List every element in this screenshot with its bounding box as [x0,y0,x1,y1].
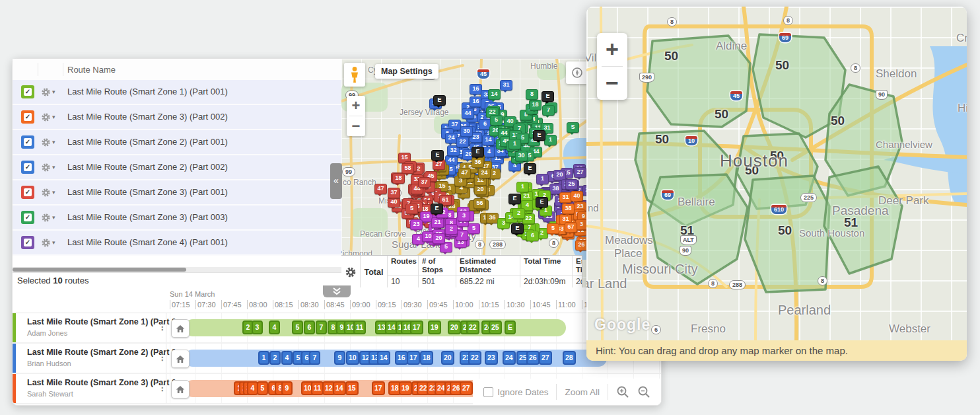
stop-chip[interactable]: 18 [420,351,433,365]
route-checkbox[interactable]: ✓ [21,110,34,124]
route-stop-marker[interactable]: 3 [458,211,470,221]
route-stop-marker[interactable]: 5 [468,223,480,234]
stop-chip[interactable]: 28 [563,351,576,365]
stop-chip[interactable]: 16 [395,351,408,365]
collapse-table-handle[interactable]: « [330,163,342,199]
route-stop-marker[interactable]: 47 [374,184,387,194]
route-stop-marker[interactable]: 18 [392,173,405,184]
stop-chip[interactable]: 6 [304,321,315,334]
route-stop-marker[interactable]: 2 [445,224,458,235]
route-checkbox[interactable]: ✓ [21,211,34,224]
stop-chip[interactable]: 22 [468,351,481,365]
routes-horizontal-scrollbar[interactable] [13,267,341,272]
timeline-zoom-in-button[interactable] [616,385,629,398]
route-stop-marker[interactable]: 7 [542,105,555,116]
route-stop-marker[interactable]: S [567,122,579,133]
route-stop-marker[interactable]: 30 [460,126,473,137]
route-stop-marker[interactable]: 1 [516,182,529,192]
route-checkbox[interactable]: ✓ [21,135,34,149]
stop-chip[interactable]: 4 [281,351,293,365]
zoom-in-button[interactable]: + [597,33,627,66]
stop-chip[interactable]: 22 [466,321,479,334]
route-stop-marker[interactable]: 44 [462,108,474,119]
stop-chip[interactable]: 20 [441,351,454,365]
route-checkbox[interactable]: ✓ [21,186,34,199]
route-stop-marker[interactable]: 20 [433,233,445,244]
route-checkbox[interactable]: ✓ [21,161,34,174]
map-settings-button[interactable]: Map Settings [375,64,438,79]
route-stop-marker[interactable]: 25 [565,179,578,190]
stop-chip[interactable]: 19 [428,321,441,334]
summary-settings-button[interactable] [341,256,361,287]
route-gear-menu-button[interactable]: ▾ [41,211,62,223]
depot-marker[interactable]: E [431,150,444,161]
route-checkbox[interactable]: ✓ [21,85,34,98]
stop-chip[interactable]: 24 [503,351,516,365]
route-stop-marker[interactable]: 6 [526,231,539,241]
zones-map[interactable]: Jersey VillageAldineSheldonCrHiChannelvi… [586,7,967,340]
route-stop-marker[interactable]: 56 [473,198,486,209]
route-stop-marker[interactable]: 5 [547,223,559,234]
stop-chip[interactable]: 15 [345,381,359,395]
route-stop-marker[interactable]: 2 [512,208,525,219]
route-stop-marker[interactable]: 38 [562,204,575,214]
scrollbar-thumb[interactable] [13,268,186,272]
stop-chip[interactable]: 14 [377,351,390,365]
zoom-out-button[interactable]: − [347,116,365,136]
route-home-button[interactable] [171,380,190,398]
collapse-timeline-button[interactable] [323,285,351,297]
route-stop-marker[interactable]: 1 [536,174,549,184]
stop-chip[interactable]: 19 [399,381,412,395]
stop-chip[interactable]: 3 [252,321,263,334]
stop-chip[interactable]: 1 [258,351,269,365]
stop-chip[interactable]: 2 [269,351,281,365]
stop-chip[interactable]: 4 [269,321,280,334]
timeline-zoom-out-button[interactable] [637,385,650,398]
stop-chip[interactable]: 17 [372,381,385,395]
depot-marker[interactable]: E [533,130,545,141]
ignore-dates-checkbox[interactable] [483,387,493,397]
route-gear-menu-button[interactable]: ▾ [41,86,62,98]
stop-chip[interactable]: 5 [292,321,303,334]
stop-chip[interactable]: 20 [448,321,461,334]
stop-chip[interactable]: 25 [489,321,502,334]
route-stop-marker[interactable]: 31 [500,80,512,91]
route-stop-marker[interactable]: 23 [410,219,423,230]
stop-chip[interactable]: 11 [353,321,366,334]
stop-chip[interactable]: 5 [257,381,268,395]
route-stop-marker[interactable]: 47 [458,168,471,178]
stop-chip[interactable]: 10 [346,351,359,365]
stop-chip[interactable]: 9 [281,381,293,395]
route-gear-menu-button[interactable]: ▾ [41,237,62,248]
route-stop-marker[interactable]: 58 [402,163,414,174]
route-stop-marker[interactable]: 24 [478,168,491,178]
route-stop-marker[interactable]: 40 [571,191,583,202]
depot-marker[interactable]: E [508,194,521,204]
stop-chip[interactable]: 23 [485,351,498,365]
stop-chip[interactable]: 7 [309,351,320,365]
ignore-dates-control[interactable]: Ignore Dates [483,387,548,397]
depot-marker[interactable]: E [542,91,554,102]
route-gear-menu-button[interactable]: ▾ [41,186,62,198]
route-gear-menu-button[interactable]: ▾ [41,111,62,123]
smart-zone-polygon[interactable] [824,167,902,274]
route-stop-marker[interactable]: 1 [508,139,521,149]
stop-chip[interactable]: 26 [526,351,540,365]
route-stop-marker[interactable]: 14 [488,89,501,100]
zoom-out-button[interactable]: − [597,67,627,100]
route-home-button[interactable] [171,319,190,338]
stop-chip[interactable]: 9 [334,351,345,365]
stop-chip[interactable]: E [505,321,516,334]
route-stop-marker[interactable]: 22 [456,137,469,147]
stop-chip[interactable]: 27 [539,351,552,365]
stop-chip[interactable]: 27 [460,381,473,395]
compass-control[interactable] [566,61,588,84]
depot-marker[interactable]: E [433,95,446,106]
stop-chip[interactable]: 17 [410,321,423,334]
route-stop-marker[interactable]: 37 [388,188,400,198]
route-stop-marker[interactable]: 67 [565,222,577,233]
depot-marker[interactable]: E [472,147,484,157]
stop-chip[interactable]: 14 [333,381,346,395]
zoom-in-button[interactable]: + [347,96,365,116]
stop-chip[interactable]: 17 [407,351,420,365]
